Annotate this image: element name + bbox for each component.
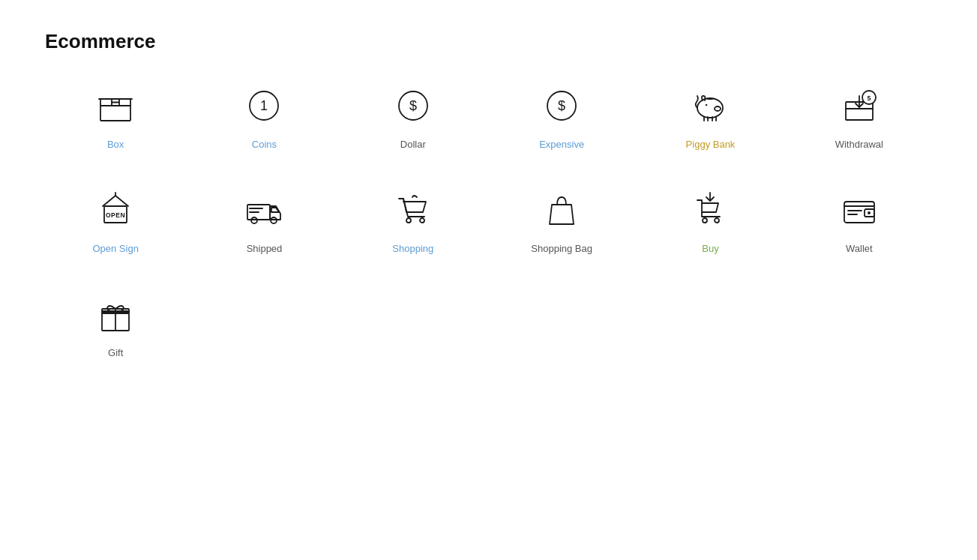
wallet-label: Wallet <box>846 243 873 254</box>
svg-text:5: 5 <box>867 94 871 102</box>
expensive-label: Expensive <box>539 139 584 150</box>
shipped-icon <box>241 187 286 232</box>
withdrawal-icon: 5 <box>837 83 882 128</box>
icon-item-open-sign[interactable]: OPEN Open Sign <box>45 187 186 254</box>
icon-item-expensive[interactable]: $ Expensive <box>491 83 632 150</box>
icon-item-withdrawal[interactable]: 5 Withdrawal <box>789 83 930 150</box>
icon-item-shopping[interactable]: Shopping <box>343 187 484 254</box>
wallet-icon <box>837 187 882 232</box>
svg-text:OPEN: OPEN <box>106 211 125 219</box>
coins-icon: 1 <box>241 83 286 128</box>
svg-point-14 <box>715 106 721 111</box>
shopping-label: Shopping <box>392 243 433 254</box>
icon-item-buy[interactable]: Buy <box>640 187 781 254</box>
expensive-icon: $ <box>539 83 584 128</box>
svg-text:$: $ <box>409 98 417 113</box>
svg-text:1: 1 <box>260 98 268 113</box>
shipped-label: Shipped <box>247 243 283 254</box>
open-sign-label: Open Sign <box>92 243 138 254</box>
icon-item-shopping-bag[interactable]: Shopping Bag <box>491 187 632 254</box>
box-icon <box>93 83 138 128</box>
svg-point-12 <box>697 98 723 118</box>
icon-item-wallet[interactable]: Wallet <box>789 187 930 254</box>
open-sign-icon: OPEN <box>93 187 138 232</box>
shopping-bag-icon <box>539 187 584 232</box>
icon-item-piggy-bank[interactable]: Piggy Bank <box>640 83 781 150</box>
icon-grid: Box 1 Coins $ Dollar <box>45 83 930 358</box>
piggy-bank-label: Piggy Bank <box>686 139 736 150</box>
gift-label: Gift <box>108 347 123 358</box>
withdrawal-label: Withdrawal <box>835 139 883 150</box>
piggy-bank-icon <box>688 83 733 128</box>
svg-point-33 <box>406 218 411 223</box>
dollar-label: Dollar <box>400 139 426 150</box>
svg-point-36 <box>703 218 707 223</box>
coins-label: Coins <box>252 139 277 150</box>
dollar-icon: $ <box>391 83 436 128</box>
svg-text:$: $ <box>558 98 565 113</box>
icon-item-coins[interactable]: 1 Coins <box>193 83 334 150</box>
gift-icon <box>93 292 138 337</box>
icon-item-dollar[interactable]: $ Dollar <box>343 83 484 150</box>
page-container: Ecommerce Box 1 <box>0 0 977 388</box>
svg-point-30 <box>271 217 277 223</box>
svg-point-34 <box>420 218 424 223</box>
page-title: Ecommerce <box>45 30 932 53</box>
svg-point-29 <box>251 217 257 223</box>
icon-item-box[interactable]: Box <box>45 83 186 150</box>
buy-label: Buy <box>702 243 718 254</box>
shopping-icon <box>391 187 436 232</box>
svg-point-40 <box>868 211 871 214</box>
box-label: Box <box>107 139 124 150</box>
icon-item-gift[interactable]: Gift <box>45 292 186 358</box>
shopping-bag-label: Shopping Bag <box>531 243 592 254</box>
buy-icon <box>688 187 733 232</box>
svg-point-13 <box>706 104 707 106</box>
svg-point-37 <box>715 218 719 223</box>
icon-item-shipped[interactable]: Shipped <box>193 187 334 254</box>
